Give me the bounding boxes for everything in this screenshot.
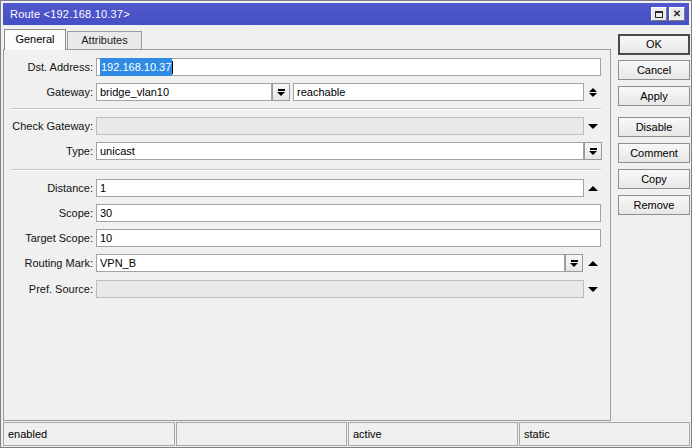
dropdown-icon: [571, 260, 578, 262]
pref-source-label: Pref. Source:: [7, 280, 93, 298]
check-gateway-expand-button[interactable]: [587, 117, 599, 135]
status-static: static: [519, 422, 690, 446]
remove-button[interactable]: Remove: [618, 195, 690, 215]
gateway-status-box: reachable: [293, 83, 584, 101]
down-arrow-icon: [588, 287, 598, 292]
distance-collapse-button[interactable]: [587, 179, 599, 197]
comment-button[interactable]: Comment: [618, 143, 690, 163]
tab-general[interactable]: General: [4, 29, 66, 50]
maximize-button[interactable]: [651, 7, 667, 21]
dst-address-label: Dst. Address:: [7, 58, 93, 76]
gateway-input[interactable]: [96, 83, 272, 101]
pref-source-expand-button[interactable]: [587, 280, 599, 298]
gateway-label: Gateway:: [7, 83, 93, 101]
maximize-icon: [655, 11, 663, 18]
up-arrow-icon: [589, 88, 597, 92]
close-button[interactable]: ✕: [669, 7, 685, 21]
distance-label: Distance:: [7, 179, 93, 197]
dropdown-icon: [278, 89, 285, 91]
tab-attributes[interactable]: Attributes: [67, 31, 142, 49]
gateway-dropdown-button[interactable]: [272, 83, 290, 101]
window-title: Route <192.168.10.37>: [3, 8, 130, 20]
route-dialog-window: Route <192.168.10.37> ✕ General Attribut…: [0, 0, 692, 448]
status-enabled: enabled: [3, 422, 175, 446]
down-arrow-icon: [588, 124, 598, 129]
section-divider: [11, 108, 601, 110]
up-arrow-icon: [588, 186, 598, 191]
status-empty: [176, 422, 347, 446]
cancel-button[interactable]: Cancel: [618, 60, 690, 80]
close-icon: ✕: [673, 9, 681, 19]
distance-input[interactable]: [96, 179, 584, 197]
ok-button[interactable]: OK: [618, 34, 690, 55]
routing-mark-collapse-button[interactable]: [587, 254, 599, 272]
text-caret: [172, 61, 173, 74]
status-active: active: [348, 422, 518, 446]
type-input[interactable]: [96, 142, 584, 160]
target-scope-input[interactable]: [96, 229, 601, 247]
up-arrow-icon: [588, 261, 598, 266]
section-divider: [11, 169, 601, 171]
scope-label: Scope:: [7, 204, 93, 222]
check-gateway-label: Check Gateway:: [7, 117, 93, 135]
gateway-updown-button[interactable]: [587, 83, 599, 101]
routing-mark-label: Routing Mark:: [7, 254, 93, 272]
dst-address-input[interactable]: 192.168.10.37: [96, 58, 601, 76]
copy-button[interactable]: Copy: [618, 169, 690, 189]
check-gateway-input[interactable]: [96, 117, 584, 135]
disable-button[interactable]: Disable: [618, 117, 690, 137]
pref-source-input[interactable]: [96, 280, 584, 298]
down-arrow-icon: [589, 93, 597, 97]
routing-mark-input[interactable]: [96, 254, 565, 272]
apply-button[interactable]: Apply: [618, 86, 690, 106]
dropdown-icon: [590, 148, 597, 150]
target-scope-label: Target Scope:: [7, 229, 93, 247]
titlebar[interactable]: Route <192.168.10.37> ✕: [3, 3, 689, 25]
type-label: Type:: [7, 142, 93, 160]
routing-mark-dropdown-button[interactable]: [565, 254, 583, 272]
scope-input[interactable]: [96, 204, 601, 222]
type-dropdown-button[interactable]: [584, 142, 602, 160]
dst-address-selected-text: 192.168.10.37: [100, 58, 172, 76]
